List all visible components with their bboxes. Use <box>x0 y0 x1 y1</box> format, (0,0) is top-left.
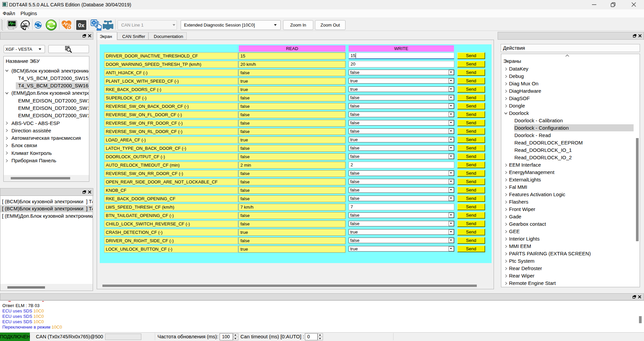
svg-text:0x: 0x <box>78 22 85 29</box>
